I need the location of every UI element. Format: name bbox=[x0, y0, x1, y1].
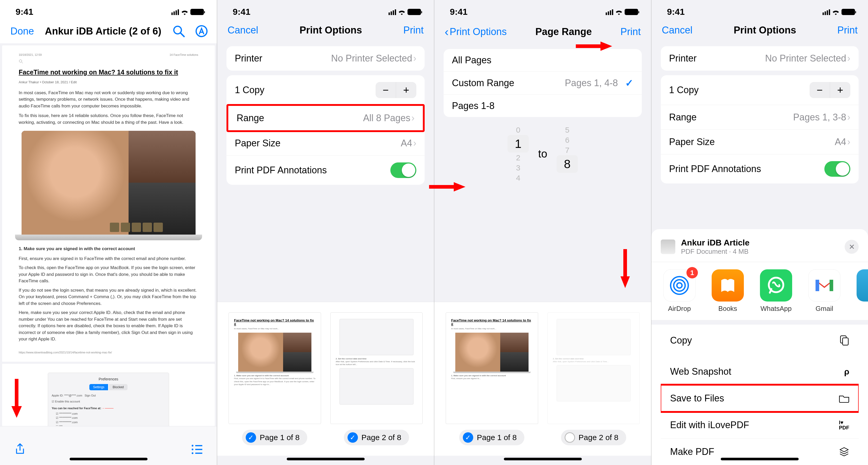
cancel-button[interactable]: Cancel bbox=[662, 25, 692, 36]
range-row[interactable]: Range Pages 1, 3-8› bbox=[661, 105, 859, 130]
annotations-toggle[interactable] bbox=[825, 161, 850, 177]
svg-point-20 bbox=[674, 280, 685, 291]
page-selector-1[interactable]: ✓Page 1 of 8 bbox=[242, 430, 307, 445]
share-file-meta: PDF Document · 4 MB bbox=[681, 247, 839, 256]
search-in-page-icon bbox=[19, 59, 23, 64]
layers-icon bbox=[839, 446, 849, 457]
svg-marker-18 bbox=[620, 276, 630, 288]
search-icon[interactable] bbox=[172, 25, 185, 38]
done-button[interactable]: Done bbox=[10, 26, 34, 37]
gmail-button[interactable]: Gmail bbox=[806, 269, 843, 313]
airdrop-button[interactable]: 1 AirDrop bbox=[661, 269, 698, 313]
range-from[interactable]: 1 bbox=[507, 135, 529, 153]
article-paragraph: If you do not see the login screen, that… bbox=[19, 287, 198, 307]
range-picker[interactable]: 0 1 234 to 567 8 bbox=[434, 117, 651, 201]
make-pdf-action[interactable]: Make PDF bbox=[661, 438, 859, 465]
folder-icon bbox=[839, 394, 849, 403]
back-button[interactable]: ‹Print Options bbox=[445, 25, 507, 39]
home-indicator[interactable] bbox=[721, 458, 799, 460]
check-icon: ✓ bbox=[463, 432, 473, 443]
battery-icon bbox=[625, 9, 638, 15]
chevron-right-icon: › bbox=[413, 53, 416, 64]
file-thumbnail bbox=[661, 239, 675, 254]
page-selector-2[interactable]: Page 2 of 8 bbox=[561, 430, 626, 445]
page-thumbnails: FaceTime not working on Mac? 14 solution… bbox=[217, 302, 434, 456]
article-paragraph: In most cases, FaceTime on Mac may not w… bbox=[19, 90, 198, 109]
annotations-row[interactable]: Print PDF Annotations bbox=[661, 155, 859, 184]
cellular-icon bbox=[389, 9, 396, 15]
pages-range-row[interactable]: Pages 1-8 bbox=[444, 95, 642, 117]
whatsapp-icon bbox=[766, 275, 786, 296]
status-time: 9:41 bbox=[667, 7, 685, 17]
page-2: Preferences Settings Blocked Apple ID: *… bbox=[2, 364, 215, 426]
markup-icon[interactable] bbox=[195, 25, 208, 38]
cancel-button[interactable]: Cancel bbox=[227, 25, 258, 36]
web-snapshot-action[interactable]: Web Snapshot ρ bbox=[661, 358, 859, 385]
paper-size-row[interactable]: Paper Size A4› bbox=[226, 131, 425, 156]
status-bar: 9:41 bbox=[217, 0, 434, 19]
document-viewport[interactable]: 10/18/2021, 12:5914 FaceTime solutions F… bbox=[0, 43, 217, 426]
document-title: Ankur iDB Article (2 of 6) bbox=[45, 26, 161, 37]
copy-icon bbox=[839, 335, 849, 346]
svg-point-7 bbox=[192, 452, 193, 454]
page-thumbnail-1[interactable]: FaceTime not working on Mac? 14 solution… bbox=[446, 312, 538, 424]
copies-minus[interactable]: − bbox=[810, 82, 830, 98]
annotations-row[interactable]: Print PDF Annotations bbox=[226, 156, 425, 185]
annotations-toggle[interactable] bbox=[391, 162, 416, 178]
custom-range-row[interactable]: Custom Range Pages 1, 4-8 ✓ bbox=[444, 72, 642, 95]
check-icon: ✓ bbox=[246, 432, 256, 443]
printer-row[interactable]: Printer No Printer Selected› bbox=[661, 46, 859, 71]
copies-plus[interactable]: + bbox=[830, 82, 850, 98]
svg-rect-26 bbox=[842, 338, 848, 345]
all-pages-row[interactable]: All Pages bbox=[444, 49, 642, 72]
paper-size-row[interactable]: Paper Size A4› bbox=[661, 130, 859, 155]
copies-minus[interactable]: − bbox=[376, 82, 396, 98]
status-bar: 9:41 bbox=[434, 0, 651, 19]
home-indicator[interactable] bbox=[70, 458, 148, 460]
article-byline: Ankur Thakur • October 18, 2021 / Edit bbox=[19, 80, 198, 85]
page-thumbnail-2[interactable]: 2. Set the correct date and time After t… bbox=[548, 312, 640, 424]
svg-point-5 bbox=[192, 445, 193, 446]
annotation-arrow-down bbox=[10, 379, 23, 418]
print-button[interactable]: Print bbox=[620, 26, 641, 37]
gmail-icon bbox=[813, 277, 835, 294]
range-to[interactable]: 8 bbox=[557, 155, 578, 173]
page-thumbnail-1[interactable]: FaceTime not working on Mac? 14 solution… bbox=[228, 312, 321, 424]
share-icon[interactable] bbox=[13, 443, 27, 456]
annotation-arrow-down bbox=[620, 249, 630, 288]
books-button[interactable]: Books bbox=[709, 269, 746, 313]
svg-point-3 bbox=[19, 60, 22, 62]
ilovepdf-action[interactable]: Edit with iLovePDF I♥PDF bbox=[661, 412, 859, 438]
page-selector-1[interactable]: ✓Page 1 of 8 bbox=[459, 430, 524, 445]
share-file-name: Ankur iDB Article bbox=[681, 238, 839, 247]
page-thumbnail-2[interactable]: 2. Set the correct date and time After t… bbox=[330, 312, 423, 424]
home-indicator[interactable] bbox=[504, 458, 582, 460]
svg-line-4 bbox=[22, 62, 23, 63]
range-row[interactable]: Range All 8 Pages› bbox=[228, 106, 423, 130]
svg-marker-16 bbox=[454, 182, 465, 192]
page-selector-2[interactable]: ✓Page 2 of 8 bbox=[344, 430, 409, 445]
print-button[interactable]: Print bbox=[837, 25, 858, 36]
copy-action[interactable]: Copy bbox=[661, 327, 859, 354]
telegram-button[interactable]: Te bbox=[854, 269, 868, 313]
copies-plus[interactable]: + bbox=[396, 82, 416, 98]
chevron-right-icon: › bbox=[847, 136, 850, 147]
page-1: 10/18/2021, 12:5914 FaceTime solutions F… bbox=[2, 45, 215, 362]
thumbnails-icon[interactable] bbox=[190, 443, 204, 456]
whatsapp-button[interactable]: WhatsApp bbox=[757, 269, 795, 313]
svg-rect-24 bbox=[830, 280, 833, 291]
article-paragraph: First, ensure you are signed in to FaceT… bbox=[19, 255, 198, 262]
share-apps-row[interactable]: 1 AirDrop Books WhatsApp Gmail bbox=[651, 262, 868, 320]
copies-row: 1 Copy −+ bbox=[226, 75, 425, 105]
article-h1: 1. Make sure you are signed in with the … bbox=[19, 245, 198, 252]
article-paragraph: To fix this issue, here are 14 reliable … bbox=[19, 112, 198, 126]
copies-stepper[interactable]: −+ bbox=[376, 82, 416, 98]
svg-marker-12 bbox=[11, 406, 22, 418]
printer-row[interactable]: Printer No Printer Selected› bbox=[226, 46, 425, 71]
save-to-files-action[interactable]: Save to Files bbox=[661, 385, 859, 412]
home-indicator[interactable] bbox=[287, 458, 365, 460]
close-button[interactable]: ✕ bbox=[845, 240, 859, 254]
cellular-icon bbox=[606, 9, 613, 15]
print-button[interactable]: Print bbox=[403, 25, 424, 36]
copies-stepper[interactable]: −+ bbox=[810, 82, 850, 98]
